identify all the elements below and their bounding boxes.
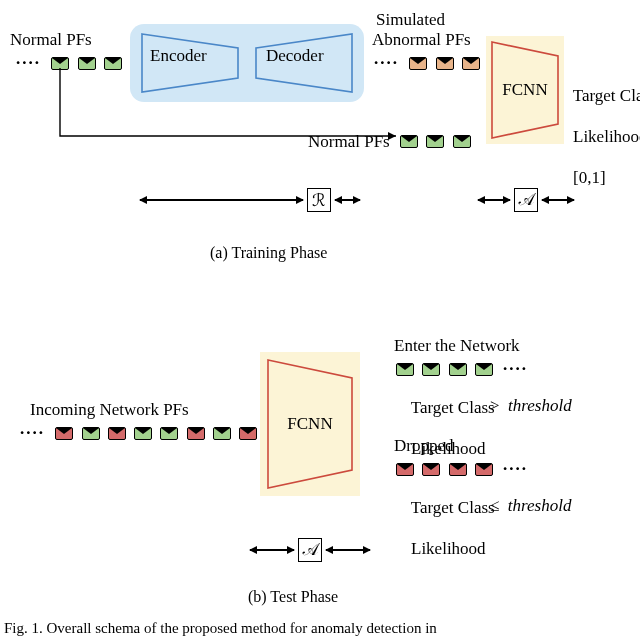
double-arrow-icon (250, 549, 294, 551)
double-arrow-icon (140, 199, 303, 201)
encoder-label: Encoder (150, 46, 207, 66)
normal-pfs-label: Normal PFs (10, 30, 92, 50)
simulated-label-2: Abnormal PFs (372, 30, 471, 50)
envelope-icon (134, 427, 152, 440)
envelope-icon (213, 427, 231, 440)
ellipsis-icon: ···· (12, 53, 45, 73)
envelope-icon (82, 427, 100, 440)
bypass-path-arrow (50, 68, 470, 148)
le-threshold: ≤ threshold (490, 496, 571, 516)
incoming-envelopes: ···· (16, 422, 259, 443)
r-box: ℛ (307, 188, 331, 212)
svg-marker-3 (388, 132, 396, 140)
fcnn-block-training: FCNN (486, 36, 564, 144)
a-box: 𝒜 (514, 188, 538, 212)
a-axis-test: 𝒜 (250, 538, 370, 562)
caption-a: (a) Training Phase (210, 244, 327, 262)
double-arrow-icon (326, 549, 370, 551)
envelope-icon (396, 463, 414, 476)
a-box: 𝒜 (298, 538, 322, 562)
simulated-label-1: Simulated (376, 10, 445, 30)
envelope-icon (108, 427, 126, 440)
double-arrow-icon (478, 199, 510, 201)
dropped-envelopes: ···· (394, 458, 532, 479)
caption-b: (b) Test Phase (248, 588, 338, 606)
fcnn-label: FCNN (287, 414, 332, 434)
envelope-icon (396, 363, 414, 376)
envelope-icon (239, 427, 257, 440)
envelope-icon (187, 427, 205, 440)
gt-threshold: > threshold (490, 396, 572, 416)
enter-envelopes: ···· (394, 358, 532, 379)
envelope-icon (475, 463, 493, 476)
enter-label: Enter the Network (394, 336, 520, 356)
envelope-icon (449, 363, 467, 376)
envelope-icon (422, 363, 440, 376)
envelope-icon (422, 463, 440, 476)
incoming-label: Incoming Network PFs (30, 400, 189, 420)
envelope-icon (55, 427, 73, 440)
envelope-icon (160, 427, 178, 440)
figure-caption: Fig. 1. Overall schema of the proposed m… (4, 619, 636, 638)
ellipsis-icon: ···· (16, 423, 49, 443)
r-axis: ℛ (140, 188, 360, 212)
decoder-label: Decoder (266, 46, 324, 66)
dropped-label: Dropped (394, 436, 453, 456)
envelope-icon (449, 463, 467, 476)
double-arrow-icon (335, 199, 360, 201)
a-axis-training: 𝒜 (478, 188, 574, 212)
ellipsis-icon: ···· (499, 359, 532, 379)
envelope-icon (475, 363, 493, 376)
ellipsis-icon: ···· (499, 459, 532, 479)
fcnn-label: FCNN (502, 80, 547, 100)
fcnn-block-test: FCNN (260, 352, 360, 496)
double-arrow-icon (542, 199, 574, 201)
tclass-le-label: Target Class Likelihood (394, 478, 495, 580)
